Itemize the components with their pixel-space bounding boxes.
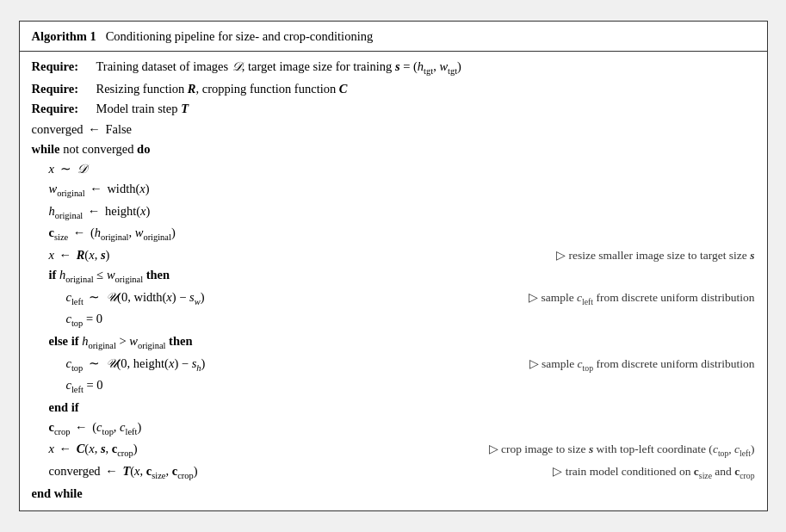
code-text: end if (49, 398, 79, 418)
code-line-cleft-sample: cleft ∼ 𝒰(0, width(x) − sw) sample cleft… (32, 288, 755, 310)
code-text: while not converged do (32, 139, 151, 159)
code-text: converged ← T(x, csize, ccrop) (49, 461, 198, 484)
code-line-csize: csize ← (horiginal, woriginal) (32, 223, 755, 245)
algorithm-box: Algorithm 1 Conditioning pipeline for si… (19, 21, 768, 511)
code-text: end while (32, 484, 83, 504)
code-text: csize ← (horiginal, woriginal) (49, 223, 176, 245)
code-line-if: if horiginal ≤ woriginal then (32, 265, 755, 288)
require-text-3: Model train step T (96, 99, 189, 118)
code-line-x-sample: x ∼ 𝒟 (32, 159, 755, 179)
code-line-ctop-sample: ctop ∼ 𝒰(0, height(x) − sh) sample ctop … (32, 354, 755, 376)
code-line-ccrop: ccrop ← (ctop, cleft) (32, 418, 755, 440)
comment-crop: crop image to size s with top-left coord… (472, 440, 755, 460)
require-text-1: Training dataset of images 𝒟, target ima… (96, 57, 461, 78)
comment-cleft: sample cleft from discrete uniform distr… (511, 288, 754, 308)
code-line-converged-init: converged ← False (32, 120, 755, 139)
code-text: x ∼ 𝒟 (49, 159, 88, 179)
code-text: horiginal ← height(x) (49, 201, 151, 224)
code-line-endif: end if (32, 398, 755, 418)
code-line-x-crop: x ← C(x, s, ccrop) crop image to size s … (32, 439, 755, 461)
code-text: ctop = 0 (66, 309, 102, 331)
comment-resize: resize smaller image size to target size… (539, 246, 754, 265)
require-label-2: Require: (32, 79, 96, 98)
code-text: cleft ∼ 𝒰(0, width(x) − sw) (66, 288, 205, 310)
code-text: else if horiginal > woriginal then (49, 331, 193, 354)
algorithm-body: Require: Training dataset of images 𝒟, t… (20, 52, 767, 510)
code-text: x ← C(x, s, ccrop) (49, 439, 138, 461)
code-line-endwhile: end while (32, 484, 755, 504)
code-text: ctop ∼ 𝒰(0, height(x) − sh) (66, 354, 206, 376)
require-line-1: Require: Training dataset of images 𝒟, t… (32, 57, 755, 78)
algorithm-number: Algorithm 1 (32, 29, 96, 43)
require-line-2: Require: Resizing function R, cropping f… (32, 79, 755, 98)
require-text-2: Resizing function R, cropping function f… (96, 79, 348, 98)
code-line-w-original: woriginal ← width(x) (32, 179, 755, 201)
code-text: converged ← False (32, 120, 132, 139)
code-line-h-original: horiginal ← height(x) (32, 201, 755, 224)
code-line-cleft-zero: cleft = 0 (32, 375, 755, 398)
code-text: woriginal ← width(x) (49, 179, 150, 201)
require-label-1: Require: (32, 57, 96, 76)
algorithm-title: Conditioning pipeline for size- and crop… (106, 29, 373, 43)
code-line-ctop-zero: ctop = 0 (32, 309, 755, 331)
code-text: cleft = 0 (66, 375, 103, 398)
require-label-3: Require: (32, 99, 96, 118)
require-line-3: Require: Model train step T (32, 99, 755, 118)
code-text: ccrop ← (ctop, cleft) (49, 418, 142, 440)
code-line-while: while not converged do (32, 139, 755, 159)
algorithm-header: Algorithm 1 Conditioning pipeline for si… (20, 22, 767, 51)
comment-train: train model conditioned on csize and ccr… (535, 462, 754, 482)
code-text: x ← R(x, s) (49, 245, 110, 265)
code-line-x-resize: x ← R(x, s) resize smaller image size to… (32, 245, 755, 265)
code-text: if horiginal ≤ woriginal then (49, 265, 170, 288)
comment-ctop: sample ctop from discrete uniform distri… (512, 355, 755, 374)
code-line-converged-update: converged ← T(x, csize, ccrop) train mod… (32, 461, 755, 484)
code-line-elseif: else if horiginal > woriginal then (32, 331, 755, 354)
